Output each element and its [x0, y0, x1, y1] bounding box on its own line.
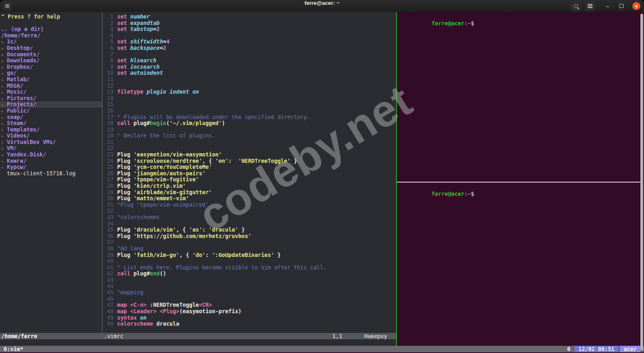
line-number: 34 — [103, 221, 114, 227]
tree-item-label: Pictures/ — [7, 95, 36, 101]
collapsed-arrow-icon: ▸ — [1, 158, 7, 165]
vim-pane[interactable]: " Press ? for help.. (up a dir)/home/fer… — [0, 12, 396, 346]
tree-item-label: /home/ferre/ — [1, 32, 41, 39]
tree-item-label: " Press ? for help — [1, 13, 60, 20]
line-number: 23 — [103, 152, 114, 158]
tree-item-label: Music/ — [7, 88, 27, 95]
tree-item[interactable]: /home/ferre/ — [0, 33, 102, 39]
line-number: 26 — [103, 170, 114, 177]
tree-item[interactable]: ▸Documents/ — [0, 51, 102, 58]
hamburger-menu-icon — [588, 4, 592, 8]
tree-item[interactable]: ▸go/ — [0, 70, 102, 76]
tree-item-label: Desktop/ — [7, 45, 33, 51]
tree-item[interactable]: ▸Yandex.Disk/ — [0, 152, 102, 158]
tree-item[interactable]: ▸MEGA/ — [0, 83, 102, 89]
line-number: 20 — [103, 133, 114, 139]
editor-line: 11 — [103, 76, 396, 83]
line-number: 48 — [103, 308, 114, 315]
tree-item-label: Книги/ — [7, 158, 27, 164]
tree-item[interactable]: ▸Videos/ — [0, 133, 102, 139]
editor-line: 5set shiftwidth=4 — [103, 39, 396, 45]
minimize-button[interactable]: – — [604, 0, 611, 12]
line-number: 37 — [103, 239, 114, 246]
tree-item-label: Курсы/ — [7, 164, 27, 170]
line-number: 29 — [103, 189, 114, 196]
new-tab-icon: ⊞ — [5, 3, 10, 9]
tree-item-label: Projects/ — [7, 101, 36, 107]
editor-line: 1set number — [103, 14, 396, 20]
tree-item[interactable]: ▸Downloads/ — [0, 57, 102, 64]
tree-item-label: .. (up a dir) — [1, 26, 44, 32]
collapsed-arrow-icon: ▸ — [1, 115, 7, 121]
tree-item[interactable]: ▸Music/ — [0, 89, 102, 95]
close-button[interactable]: × — [632, 2, 640, 10]
terminal-pane-bottom[interactable]: ferre@acer:~$ — [397, 183, 644, 346]
line-number: 8 — [103, 57, 114, 64]
tree-item[interactable]: .. (up a dir) — [0, 26, 102, 33]
line-number: 1 — [103, 14, 114, 20]
editor-line: 12 — [103, 83, 396, 89]
tree-item[interactable]: ▸VirtualBox VMs/ — [0, 139, 102, 146]
tree-item-label: Public/ — [7, 107, 30, 114]
tree-item[interactable]: ▸Steam/ — [0, 120, 102, 127]
tree-item[interactable]: ▸Книги/ — [0, 158, 102, 164]
tree-item[interactable]: ▸snap/ — [0, 114, 102, 121]
collapsed-arrow-icon: ▸ — [1, 127, 7, 133]
terminal-window: ⊞ ferre@acer: ~ – × " Press ? for help..… — [0, 0, 644, 353]
close-icon: × — [635, 3, 638, 9]
shell-prompt: ferre@acer:~$ — [397, 12, 644, 33]
line-number: 12 — [103, 83, 114, 89]
tree-item[interactable]: tmux-client-15718.log — [0, 170, 102, 177]
collapsed-arrow-icon: ▸ — [1, 89, 7, 96]
line-number: 27 — [103, 176, 114, 183]
editor-line: 13filetype plugin indent on — [103, 89, 396, 95]
collapsed-arrow-icon: ▸ — [1, 64, 7, 71]
editor-line: 45"mapping — [103, 289, 396, 296]
editor-line: 46 — [103, 296, 396, 302]
collapsed-arrow-icon: ▸ — [1, 152, 7, 158]
nerdtree-statusline: /home/ferre — [0, 333, 104, 339]
line-number: 40 — [103, 258, 114, 265]
tree-item-label: Yandex.Disk/ — [7, 151, 46, 158]
tree-item[interactable]: ▸Pictures/ — [0, 95, 102, 102]
editor-line: 43 — [103, 277, 396, 283]
tree-item[interactable]: ▸Matlab/ — [0, 76, 102, 83]
collapsed-arrow-icon: ▸ — [1, 146, 7, 152]
nerdtree-pane[interactable]: " Press ? for help.. (up a dir)/home/fer… — [0, 14, 102, 176]
line-number: 6 — [103, 45, 114, 51]
line-number: 47 — [103, 302, 114, 308]
new-tab-button[interactable]: ⊞ — [3, 2, 12, 10]
line-number: 4 — [103, 33, 114, 39]
tree-item[interactable]: ▸Dropbox/ — [0, 64, 102, 70]
menu-button[interactable] — [585, 1, 595, 11]
tree-item[interactable]: ▸Курсы/ — [0, 164, 102, 170]
scrollbar[interactable] — [640, 14, 643, 351]
collapsed-arrow-icon: ▸ — [1, 70, 7, 77]
search-icon — [574, 4, 578, 8]
collapsed-arrow-icon: ▸ — [1, 52, 7, 58]
tree-item-selected[interactable]: ▸Projects/ — [0, 101, 102, 108]
line-number: 19 — [103, 127, 114, 133]
line-number: 3 — [103, 26, 114, 33]
tree-item[interactable]: ▸Desktop/ — [0, 45, 102, 51]
titlebar: ⊞ ferre@acer: ~ – × — [0, 0, 644, 12]
search-button[interactable] — [571, 1, 581, 11]
prompt-path: ~ — [468, 191, 471, 197]
statusline-ruler: 1,1 — [332, 333, 342, 339]
editor-line: 3set tabstop=2 — [103, 26, 396, 33]
tree-item-label: tmux-client-15718.log — [7, 170, 76, 176]
collapsed-arrow-icon: ▸ — [1, 77, 7, 83]
tree-item[interactable]: ▸Public/ — [0, 108, 102, 114]
editor-line: 49syntax on — [103, 315, 396, 321]
editor-line: 10set autoindent — [103, 70, 396, 76]
terminal-pane-top[interactable]: ferre@acer:~$ — [397, 12, 644, 182]
line-number: 30 — [103, 195, 114, 202]
collapsed-arrow-icon: ▸ — [1, 96, 7, 102]
editor-line: 40 — [103, 258, 396, 265]
tree-item[interactable]: ▸1c/ — [0, 39, 102, 45]
line-number: 21 — [103, 139, 114, 146]
tree-item[interactable]: ▸VM/ — [0, 145, 102, 152]
tree-item[interactable]: ▸Templates/ — [0, 127, 102, 133]
maximize-button[interactable] — [618, 3, 625, 9]
line-number: 31 — [103, 202, 114, 208]
